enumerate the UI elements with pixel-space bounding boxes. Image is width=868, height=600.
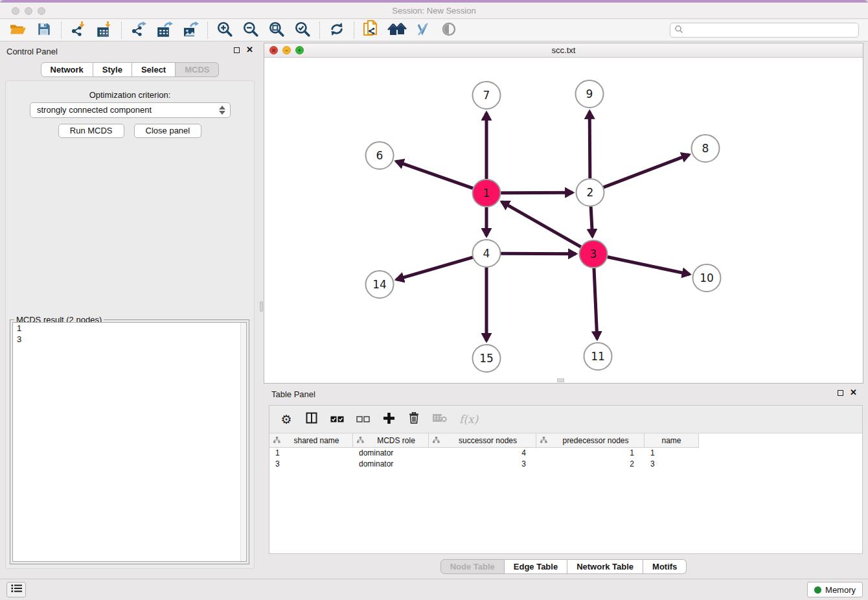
- node-14[interactable]: 14: [366, 271, 394, 298]
- control-panel-title: Control Panel: [6, 47, 58, 56]
- show-column-button[interactable]: [305, 412, 318, 426]
- zoom-selected-button[interactable]: [290, 21, 315, 40]
- close-window-button[interactable]: [12, 7, 19, 15]
- network-window-titlebar[interactable]: ✕ − + scc.txt: [264, 43, 863, 58]
- result-scrollbar[interactable]: [240, 323, 246, 561]
- edge-4-14[interactable]: [396, 257, 473, 279]
- select-all-columns-button[interactable]: [330, 413, 344, 425]
- export-table-button[interactable]: [152, 21, 177, 40]
- table-row[interactable]: 3dominator323: [269, 459, 862, 470]
- delete-table-button[interactable]: [433, 413, 447, 425]
- save-session-button[interactable]: [31, 21, 57, 40]
- mcds-result-text[interactable]: 13: [12, 322, 247, 562]
- import-network-button[interactable]: [65, 21, 91, 40]
- optimization-criterion-select[interactable]: strongly connected component: [30, 102, 231, 118]
- edge-1-2[interactable]: [501, 192, 573, 193]
- node-2[interactable]: 2: [577, 179, 604, 206]
- column-header-successor-nodes[interactable]: successor nodes: [429, 433, 536, 448]
- export-table-icon: [156, 21, 173, 40]
- column-header-shared-name[interactable]: shared name: [269, 433, 353, 448]
- show-hide-graphics-button[interactable]: [410, 21, 436, 40]
- table-row[interactable]: 1dominator411: [269, 448, 862, 459]
- add-column-button[interactable]: [382, 413, 395, 426]
- node-10[interactable]: 10: [693, 264, 721, 292]
- zoom-fit-button[interactable]: [264, 21, 290, 40]
- splitter-thumb[interactable]: [260, 301, 263, 312]
- edge-4-3[interactable]: [501, 253, 576, 254]
- column-header-MCDS-role[interactable]: MCDS role: [353, 433, 429, 448]
- minimize-window-button[interactable]: [25, 7, 32, 15]
- float-panel-icon[interactable]: [838, 390, 843, 396]
- first-neighbors-button[interactable]: [384, 21, 410, 40]
- tab-node-table[interactable]: Node Table: [440, 559, 505, 574]
- close-panel-button[interactable]: Close panel: [134, 124, 202, 138]
- zoom-selected-icon: [294, 21, 311, 40]
- edge-2-9[interactable]: [589, 111, 590, 178]
- node-1[interactable]: 1: [473, 179, 501, 207]
- table-panel: Table Panel ✕ ⚙ f(x) shared nameMCDS rol…: [264, 385, 863, 579]
- svg-text:1: 1: [483, 187, 490, 200]
- zoom-out-button[interactable]: [238, 21, 264, 40]
- close-panel-icon[interactable]: ✕: [850, 389, 857, 397]
- import-table-button[interactable]: [91, 21, 117, 40]
- memory-button[interactable]: Memory: [807, 582, 863, 597]
- list-icon: [11, 584, 22, 595]
- export-image-button[interactable]: [177, 21, 203, 40]
- edge-2-8[interactable]: [604, 155, 689, 188]
- level-of-detail-button[interactable]: [436, 21, 462, 40]
- export-network-button[interactable]: [126, 21, 152, 40]
- houses-icon: [387, 21, 407, 40]
- edge-1-6[interactable]: [396, 161, 473, 189]
- node-6[interactable]: 6: [366, 142, 394, 169]
- maximize-window-button[interactable]: [38, 7, 45, 15]
- network-close-button[interactable]: ✕: [269, 46, 278, 54]
- hierarchy-sort-icon: [357, 436, 364, 445]
- tab-mcds[interactable]: MCDS: [176, 62, 219, 77]
- unselect-all-columns-button[interactable]: [356, 413, 370, 425]
- svg-text:14: 14: [372, 278, 387, 291]
- node-8[interactable]: 8: [692, 135, 720, 162]
- clone-network-button[interactable]: [358, 21, 384, 40]
- delete-column-button[interactable]: [407, 412, 420, 426]
- zoom-fit-icon: [268, 21, 285, 40]
- function-builder-button[interactable]: f(x): [459, 413, 478, 426]
- node-3[interactable]: 3: [580, 240, 608, 268]
- open-session-button[interactable]: [5, 21, 31, 40]
- apply-layout-button[interactable]: [324, 21, 350, 40]
- network-canvas[interactable]: 7968124314101511: [264, 58, 863, 383]
- network-zoom-button[interactable]: +: [295, 46, 304, 54]
- import-table-icon: [96, 21, 113, 40]
- edge-3-1[interactable]: [501, 202, 580, 247]
- network-minimize-button[interactable]: −: [282, 46, 291, 54]
- network-resize-handle[interactable]: [557, 378, 564, 382]
- node-15[interactable]: 15: [473, 345, 501, 372]
- tab-style[interactable]: Style: [93, 62, 132, 77]
- search-box[interactable]: [670, 23, 859, 38]
- run-mcds-button[interactable]: Run MCDS: [58, 124, 124, 138]
- tab-network-table[interactable]: Network Table: [567, 559, 643, 574]
- memory-status-icon: [814, 586, 821, 594]
- criterion-value: strongly connected component: [37, 105, 152, 115]
- tab-edge-table[interactable]: Edge Table: [505, 559, 567, 574]
- mcds-result-line: 1: [13, 323, 246, 334]
- search-input[interactable]: [683, 26, 858, 35]
- node-7[interactable]: 7: [473, 82, 501, 109]
- column-header-label: successor nodes: [440, 436, 536, 445]
- column-header-name[interactable]: name: [645, 433, 699, 448]
- table-options-button[interactable]: ⚙: [280, 413, 293, 426]
- tab-network[interactable]: Network: [41, 62, 93, 77]
- task-history-button[interactable]: [6, 582, 26, 597]
- zoom-in-button[interactable]: [212, 21, 238, 40]
- node-11[interactable]: 11: [584, 343, 612, 370]
- tab-select[interactable]: Select: [132, 62, 176, 77]
- column-header-predecessor-nodes[interactable]: predecessor nodes: [536, 433, 645, 448]
- edge-2-3[interactable]: [591, 207, 592, 237]
- window-controls: [12, 7, 45, 15]
- float-panel-icon[interactable]: [234, 47, 240, 53]
- tab-motifs[interactable]: Motifs: [643, 559, 687, 574]
- edge-3-10[interactable]: [608, 257, 690, 275]
- node-4[interactable]: 4: [473, 240, 501, 267]
- close-panel-icon[interactable]: ✕: [246, 46, 253, 54]
- edge-3-11[interactable]: [594, 268, 597, 339]
- node-9[interactable]: 9: [576, 80, 604, 108]
